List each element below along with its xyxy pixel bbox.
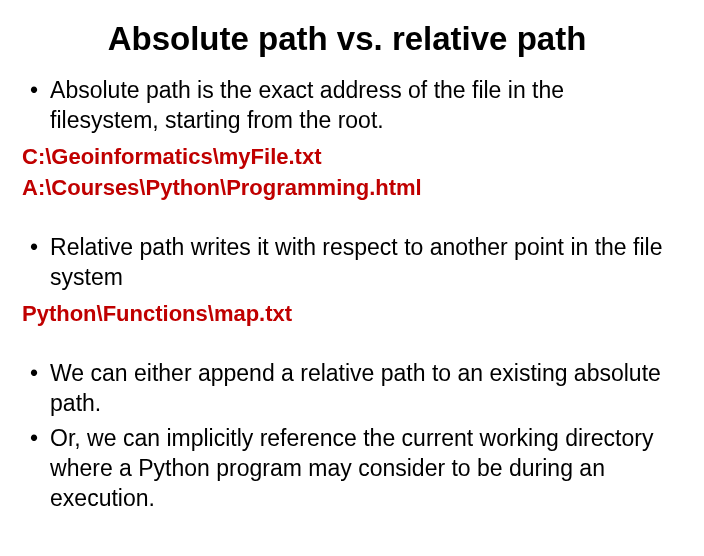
relative-path-example-1: Python\Functions\map.txt bbox=[20, 299, 674, 329]
bullet-dot-icon: • bbox=[30, 233, 38, 293]
spacer bbox=[20, 331, 674, 359]
bullet-item-2: • Relative path writes it with respect t… bbox=[20, 233, 674, 293]
bullet-dot-icon: • bbox=[30, 76, 38, 136]
spacer bbox=[20, 205, 674, 233]
bullet-text-3: We can either append a relative path to … bbox=[50, 359, 674, 419]
bullet-item-1: • Absolute path is the exact address of … bbox=[20, 76, 674, 136]
bullet-text-2: Relative path writes it with respect to … bbox=[50, 233, 674, 293]
bullet-text-1: Absolute path is the exact address of th… bbox=[50, 76, 674, 136]
bullet-item-4: • Or, we can implicitly reference the cu… bbox=[20, 424, 674, 514]
slide-title: Absolute path vs. relative path bbox=[20, 20, 674, 58]
bullet-item-3: • We can either append a relative path t… bbox=[20, 359, 674, 419]
bullet-text-4: Or, we can implicitly reference the curr… bbox=[50, 424, 674, 514]
absolute-path-example-1: C:\Geoinformatics\myFile.txt bbox=[20, 142, 674, 172]
bullet-dot-icon: • bbox=[30, 359, 38, 419]
absolute-path-example-2: A:\Courses\Python\Programming.html bbox=[20, 173, 674, 203]
bullet-dot-icon: • bbox=[30, 424, 38, 514]
